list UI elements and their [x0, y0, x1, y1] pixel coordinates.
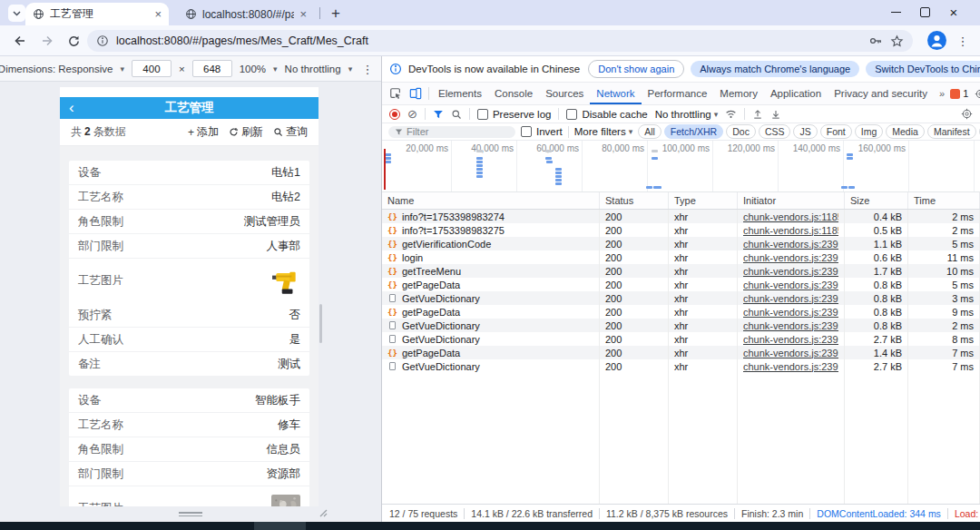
app-back-button[interactable]: ‹ — [69, 97, 74, 119]
network-request-row[interactable]: {}GetVueDictionary 200 xhr chunk-vendors… — [382, 291, 980, 305]
switch-to-chinese-button[interactable]: Switch DevTools to Chinese — [866, 61, 980, 77]
throttling-dropdown[interactable]: No throttling▾ — [655, 109, 719, 120]
request-type-filter-pill[interactable]: JS — [793, 124, 817, 139]
profile-avatar[interactable] — [927, 31, 946, 50]
toggle-device-toolbar-icon[interactable] — [406, 83, 426, 104]
network-settings-gear-icon[interactable] — [961, 108, 973, 120]
devtools-tab[interactable]: Network — [590, 83, 641, 104]
devtools-tab[interactable]: Privacy and security — [828, 83, 934, 104]
viewport-height-input[interactable] — [192, 60, 232, 77]
column-header[interactable]: Size — [845, 192, 908, 209]
reload-button[interactable] — [64, 32, 83, 50]
filter-funnel-icon[interactable] — [433, 109, 444, 120]
request-type-filter-pill[interactable]: Font — [820, 124, 852, 139]
add-button[interactable]: + 添加 — [188, 124, 219, 140]
browser-tab-inactive[interactable]: localhost:8080/#/pages/men × — [178, 3, 314, 25]
preserve-log-checkbox[interactable]: Preserve log — [477, 109, 552, 120]
bookmark-star-icon[interactable] — [890, 34, 904, 48]
network-overview-timeline[interactable]: 20,000 ms 40,000 ms 60,000 ms 80,000 ms … — [382, 141, 980, 192]
dimensions-select[interactable]: Dimensions: Responsive — [0, 64, 113, 74]
request-type-filter-pill[interactable]: CSS — [759, 124, 791, 139]
network-request-row[interactable]: {}login 200 xhr chunk-vendors.js:23954 0… — [382, 250, 980, 264]
refresh-button[interactable]: 刷新 — [229, 124, 263, 140]
field-row[interactable]: 备注 测试 — [69, 351, 309, 376]
tab-close-icon[interactable]: × — [299, 8, 307, 20]
tab-search-button[interactable] — [8, 5, 25, 22]
more-tabs-icon[interactable]: » — [934, 88, 950, 99]
initiator-link[interactable]: chunk-vendors.js:23954 — [743, 239, 838, 250]
initiator-link[interactable]: chunk-vendors.js:23954 — [743, 293, 838, 304]
address-bar[interactable]: localhost:8080/#/pages/mes/Mes_Craft/Mes… — [87, 30, 913, 52]
resize-handle-corner[interactable] — [318, 507, 328, 517]
chevron-down-icon[interactable]: ▾ — [348, 64, 353, 74]
dont-show-again-button[interactable]: Don't show again — [588, 60, 684, 78]
network-request-row[interactable]: {}GetVueDictionary 200 xhr chunk-vendors… — [382, 359, 980, 373]
more-filters-dropdown[interactable]: More filters▾ — [574, 126, 632, 137]
request-type-filter-pill[interactable]: Fetch/XHR — [664, 124, 723, 139]
initiator-link[interactable]: chunk-vendors.js:23954 — [743, 320, 838, 331]
back-button[interactable] — [11, 32, 29, 50]
devtools-tab[interactable]: Memory — [713, 83, 764, 104]
inspect-element-icon[interactable] — [386, 83, 406, 104]
settings-gear-icon[interactable] — [975, 88, 980, 100]
devtools-tab[interactable]: Console — [488, 83, 539, 104]
request-type-filter-pill[interactable]: Media — [886, 124, 925, 139]
column-header[interactable]: Type — [669, 192, 738, 209]
request-type-filter-pill[interactable]: Img — [855, 124, 884, 139]
site-info-icon[interactable] — [96, 34, 109, 47]
tab-close-icon[interactable]: × — [154, 8, 162, 20]
import-har-icon[interactable] — [770, 109, 781, 120]
network-request-row[interactable]: {}info?t=1753398983274 200 xhr chunk-ven… — [382, 210, 980, 223]
issues-badge[interactable]: 1 — [950, 88, 968, 99]
match-language-button[interactable]: Always match Chrome's language — [691, 61, 859, 77]
initiator-link[interactable]: chunk-vendors.js:23954 — [743, 361, 838, 372]
devtools-tab[interactable]: Elements — [432, 83, 488, 104]
window-maximize-button[interactable] — [911, 0, 938, 25]
password-key-icon[interactable] — [868, 34, 883, 48]
viewport-width-input[interactable] — [132, 60, 172, 77]
field-row[interactable]: 工艺名称 修车 — [69, 412, 309, 437]
network-request-row[interactable]: {}info?t=1753398983275 200 xhr chunk-ven… — [382, 223, 980, 237]
disable-cache-checkbox[interactable]: Disable cache — [566, 109, 647, 120]
request-type-filter-pill[interactable]: Manifest — [927, 124, 976, 139]
chevron-down-icon[interactable]: ▾ — [120, 64, 124, 74]
squirrel-image[interactable] — [271, 495, 300, 507]
network-request-row[interactable]: {}getPageData 200 xhr chunk-vendors.js:2… — [382, 346, 980, 359]
browser-tab-active[interactable]: 工艺管理 × — [25, 3, 169, 25]
record-network-log-button[interactable] — [389, 109, 400, 120]
forward-button[interactable] — [38, 32, 56, 50]
request-type-filter-pill[interactable]: Doc — [726, 124, 756, 139]
column-header[interactable]: Name — [382, 192, 600, 209]
new-tab-button[interactable]: + — [325, 3, 347, 25]
throttling-select[interactable]: No throttling — [285, 64, 341, 74]
field-row[interactable]: 部门限制 资源部 — [69, 461, 309, 486]
field-row[interactable]: 设备 电钻1 — [69, 161, 309, 184]
field-row[interactable]: 人工确认 是 — [69, 327, 309, 351]
field-row[interactable]: 设备 智能板手 — [69, 388, 309, 412]
invert-checkbox[interactable]: Invert — [521, 126, 563, 137]
network-conditions-icon[interactable] — [725, 108, 737, 120]
search-button[interactable]: 查询 — [273, 124, 308, 140]
initiator-link[interactable]: chunk-vendors.js:23954 — [743, 266, 838, 277]
initiator-link[interactable]: chunk-vendors.js:23954 — [743, 252, 838, 263]
export-har-icon[interactable] — [752, 109, 763, 120]
initiator-link[interactable]: chunk-vendors.js:23954 — [743, 348, 838, 358]
field-row[interactable]: 工艺名称 电钻2 — [69, 184, 309, 209]
image-field-row[interactable]: 工艺图片 — [69, 486, 309, 506]
initiator-link[interactable]: chunk-vendors.js:23954 — [743, 280, 838, 290]
devtools-tab[interactable]: Sources — [539, 83, 590, 104]
browser-menu-icon[interactable]: ⋮ — [955, 32, 971, 50]
network-request-row[interactable]: {}getPageData 200 xhr chunk-vendors.js:2… — [382, 278, 980, 291]
field-row[interactable]: 角色限制 测试管理员 — [69, 209, 309, 233]
zoom-select[interactable]: 100% — [240, 64, 266, 74]
image-field-row[interactable]: 工艺图片 — [69, 258, 309, 303]
column-header[interactable]: Initiator — [738, 192, 845, 209]
field-row[interactable]: 部门限制 人事部 — [69, 233, 309, 258]
filter-input[interactable]: Filter — [388, 126, 515, 138]
network-request-row[interactable]: {}GetVueDictionary 200 xhr chunk-vendors… — [382, 319, 980, 332]
initiator-link[interactable]: chunk-vendors.js:11858 — [743, 225, 838, 236]
drill-image[interactable] — [271, 267, 300, 296]
initiator-link[interactable]: chunk-vendors.js:23954 — [743, 307, 838, 318]
column-header[interactable]: Time — [908, 192, 980, 209]
clear-network-log-icon[interactable]: ⊘ — [407, 108, 417, 120]
